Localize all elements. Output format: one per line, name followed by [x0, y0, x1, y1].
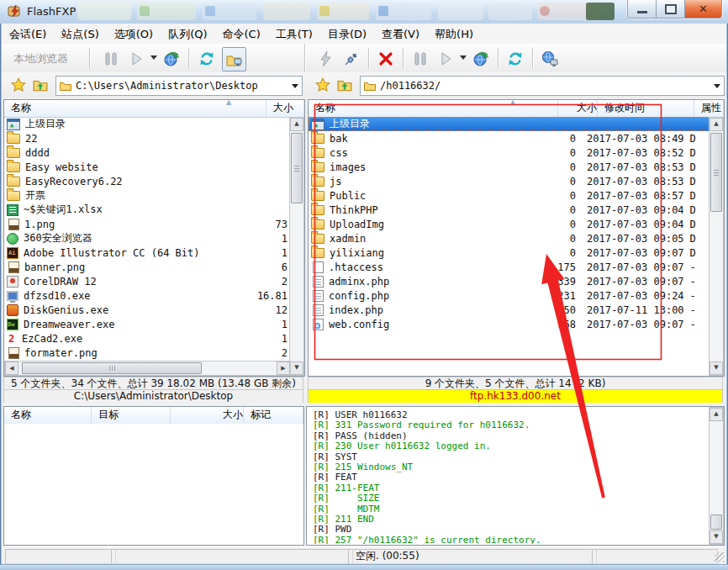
file-row[interactable]: Dreamweaver.exe1 — [4, 317, 291, 331]
file-row[interactable]: 上级目录 — [4, 117, 291, 131]
menu-item[interactable]: 会话(E) — [2, 24, 54, 44]
scroll-up-icon[interactable]: ▲ — [290, 118, 303, 131]
file-row[interactable]: ~$关键词1.xlsx — [4, 203, 291, 217]
menu-item[interactable]: 目录(D) — [320, 24, 374, 44]
remote-favorites-button[interactable] — [313, 76, 333, 94]
remote-abort-button[interactable] — [374, 47, 397, 70]
file-row[interactable]: 上级目录 — [309, 117, 710, 131]
menu-item[interactable]: 工具(T) — [268, 24, 320, 44]
queue-list[interactable] — [4, 424, 303, 545]
file-row[interactable]: banner.png6 — [4, 260, 291, 274]
log-vscrollbar[interactable]: ▲ ▼ — [709, 407, 724, 545]
resize-grip[interactable] — [715, 552, 725, 562]
local-go-button[interactable] — [124, 47, 147, 70]
local-vscrollbar[interactable]: ▲ ▼ — [289, 117, 304, 376]
menu-item[interactable]: 查看(V) — [374, 24, 427, 44]
remote-vscrollbar[interactable]: ▲ ▼ — [709, 117, 724, 376]
column-header-3[interactable]: 大小 — [171, 407, 244, 424]
file-name: ThinkPHP — [330, 204, 544, 216]
remote-quick-connect-button[interactable] — [314, 47, 337, 70]
column-header-1[interactable]: 名称 — [4, 407, 92, 424]
file-row[interactable]: EasyRecovery6.22 — [4, 174, 291, 188]
menu-item[interactable]: 站点(S) — [54, 24, 106, 44]
column-header-2[interactable]: 大小 — [558, 100, 598, 117]
file-row[interactable]: config.php2312017-07-03 09:24- — [309, 288, 710, 303]
local-vscroll-thumb[interactable] — [291, 133, 303, 203]
column-header-3[interactable]: 修改时间 — [598, 100, 694, 117]
file-name: adminx.php — [329, 276, 544, 288]
scroll-down-icon[interactable]: ▼ — [710, 362, 723, 375]
file-row[interactable]: .htaccess1752017-07-03 09:07- — [309, 260, 710, 274]
remote-path-combobox[interactable]: /h0116632/ — [360, 76, 725, 96]
local-hscrollbar[interactable]: ◀ ▶ — [4, 361, 291, 376]
log-output[interactable]: [R] USER h0116632[R] 331 Password requir… — [308, 408, 710, 544]
local-favorites-button[interactable] — [8, 76, 29, 94]
remote-browser-button[interactable] — [538, 47, 561, 70]
file-row[interactable]: CorelDRAW 122 — [4, 274, 291, 288]
file-row[interactable]: Adobe Illustrator CC (64 Bit)1 — [4, 245, 291, 260]
local-hscroll-thumb[interactable] — [22, 362, 202, 374]
menu-item[interactable]: 帮助(H) — [427, 24, 481, 44]
close-button[interactable]: ✕ — [685, 0, 721, 18]
toolbar: 本地浏览器 — [2, 44, 726, 73]
file-row[interactable]: js02017-07-03 08:53D — [309, 174, 710, 188]
remote-path-dropdown-icon[interactable] — [710, 77, 724, 95]
file-row[interactable]: index.php3502017-07-11 13:00- — [309, 303, 710, 317]
column-header-2[interactable]: 目标 — [92, 407, 171, 424]
go-menu-arrow-icon[interactable] — [460, 55, 467, 60]
file-row[interactable]: dddd — [4, 145, 291, 160]
file-row[interactable]: Easy website — [4, 160, 291, 174]
column-header-4[interactable]: 标记 — [244, 407, 303, 424]
file-row[interactable]: DiskGenius.exe12 — [4, 303, 291, 317]
local-transfer-mode-button[interactable] — [160, 47, 182, 70]
file-row[interactable]: web.config9682017-07-03 09:07- — [309, 317, 710, 331]
go-menu-arrow-icon[interactable] — [150, 55, 157, 60]
local-path-combobox[interactable]: C:\Users\Administrator\Desktop — [55, 76, 303, 96]
file-size: 231 — [544, 290, 579, 302]
remote-go-button[interactable] — [434, 47, 456, 70]
file-row[interactable]: dfzsd10.exe16.81 — [4, 288, 291, 303]
file-row[interactable]: UploadImg02017-07-03 09:04D — [309, 217, 710, 231]
scroll-up-icon[interactable]: ▲ — [710, 408, 723, 421]
file-row[interactable]: EzCad2.exe1 — [4, 331, 291, 346]
remote-transfer-mode-button[interactable] — [469, 47, 492, 70]
file-row[interactable]: xadmin02017-07-03 09:05D — [309, 231, 710, 245]
scroll-left-icon[interactable]: ◀ — [5, 362, 18, 375]
remote-vscroll-thumb[interactable] — [710, 133, 722, 212]
scroll-up-icon[interactable]: ▲ — [710, 118, 723, 131]
file-row[interactable]: 360安全浏览器1 — [4, 231, 291, 245]
file-row[interactable]: formater.png2 — [4, 346, 291, 360]
maximize-button[interactable] — [657, 0, 685, 18]
log-vscroll-thumb[interactable] — [710, 515, 722, 530]
file-row[interactable]: images02017-07-03 08:53D — [309, 160, 710, 174]
minimize-button[interactable] — [628, 0, 657, 18]
file-row[interactable]: bak02017-07-03 08:49D — [309, 131, 710, 145]
menu-item[interactable]: 命令(C) — [215, 24, 268, 44]
scroll-down-icon[interactable]: ▼ — [710, 530, 723, 544]
remote-connect-button[interactable] — [340, 47, 362, 70]
file-row[interactable]: Public02017-07-03 08:57D — [309, 188, 710, 203]
menu-item[interactable]: 选项(O) — [107, 24, 161, 44]
file-name: Easy website — [25, 161, 254, 173]
column-header-4[interactable]: 属性 — [694, 100, 724, 117]
file-row[interactable]: 22 — [4, 131, 291, 145]
file-row[interactable]: ThinkPHP02017-07-03 09:04D — [309, 203, 710, 217]
column-header-1[interactable]: 名称 — [309, 100, 558, 117]
scroll-right-icon[interactable]: ▶ — [277, 362, 290, 375]
local-refresh-button[interactable] — [195, 47, 218, 70]
remote-up-directory-button[interactable] — [335, 76, 355, 94]
local-up-directory-button[interactable] — [30, 76, 50, 94]
local-pause-button[interactable] — [99, 47, 122, 70]
scroll-down-icon[interactable]: ▼ — [290, 362, 303, 375]
file-row[interactable]: 1.png73 — [4, 217, 291, 231]
folder-sync-toggle-button[interactable] — [222, 47, 246, 71]
local-path-dropdown-icon[interactable] — [288, 77, 302, 95]
file-row[interactable]: 开票 — [4, 188, 291, 203]
file-row[interactable]: yilixiang02017-07-03 09:07D — [309, 245, 710, 260]
remote-refresh-button[interactable] — [504, 47, 526, 70]
file-row[interactable]: adminx.php3392017-07-03 09:07- — [309, 274, 710, 288]
remote-pause-button[interactable] — [409, 47, 431, 70]
menu-item[interactable]: 队列(Q) — [161, 24, 214, 44]
column-header-2[interactable]: 大小 — [266, 100, 304, 117]
file-row[interactable]: css02017-07-03 08:52D — [309, 145, 710, 160]
